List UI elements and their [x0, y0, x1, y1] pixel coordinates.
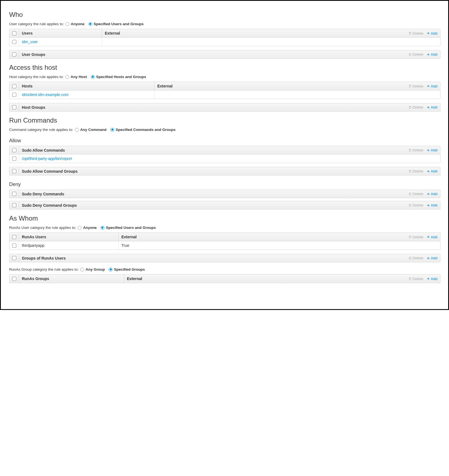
radio-runas-user-specified[interactable]: Specified Users and Groups: [101, 226, 156, 230]
select-all-host-groups[interactable]: [9, 103, 19, 111]
trash-icon: [408, 106, 412, 109]
radio-label: Specified Commands and Groups: [116, 128, 176, 132]
plus-icon: [427, 257, 430, 260]
user-link[interactable]: idm_user: [19, 38, 102, 46]
plus-icon: [427, 277, 430, 280]
row-checkbox[interactable]: [9, 38, 19, 46]
row-checkbox[interactable]: [9, 241, 19, 250]
select-all-runas-users[interactable]: [9, 233, 19, 241]
runas-users-delete[interactable]: Delete: [408, 235, 423, 239]
trash-icon: [408, 192, 412, 196]
row-checkbox[interactable]: [9, 154, 19, 163]
radio-run-any[interactable]: Any Command: [75, 128, 106, 132]
allow-cmd-groups-delete[interactable]: Delete: [408, 169, 423, 173]
radio-label: Specified Groups: [114, 267, 145, 271]
hosts-add[interactable]: Add: [427, 84, 437, 88]
select-all-deny-cmds[interactable]: [9, 190, 19, 198]
runas-user-category-label: RunAs User category the rule applies to:: [9, 226, 76, 230]
hosts-table: Hosts External Delete Add idmclient.idm.…: [9, 82, 440, 99]
runas-users-add[interactable]: Add: [427, 235, 437, 239]
radio-icon: [91, 75, 95, 79]
radio-runas-user-any[interactable]: Anyone: [78, 226, 97, 230]
plus-icon: [427, 106, 430, 109]
radio-host-specified[interactable]: Specified Hosts and Groups: [91, 75, 146, 79]
host-link[interactable]: idmclient.idm.example.com: [19, 90, 155, 99]
users-external-header: External: [105, 31, 120, 35]
trash-icon: [408, 170, 412, 173]
select-all-users[interactable]: [9, 29, 19, 37]
groups-runas-users-header: Groups of RunAs Users: [22, 256, 66, 260]
deny-subheading: Deny: [9, 182, 440, 187]
runas-groups-delete[interactable]: Delete: [408, 277, 423, 281]
user-groups-add[interactable]: Add: [427, 52, 437, 56]
users-add[interactable]: Add: [427, 31, 437, 35]
trash-icon: [408, 32, 412, 35]
runas-group-category-label: RunAs Group category the rule applies to…: [9, 267, 79, 271]
users-delete[interactable]: Delete: [408, 31, 423, 35]
select-all-allow-cmds[interactable]: [9, 146, 19, 154]
hosts-external-header: External: [157, 84, 173, 88]
who-category-label: User category the rule applies to:: [9, 22, 64, 26]
groups-runas-users-delete[interactable]: Delete: [408, 256, 423, 260]
radio-runas-group-any[interactable]: Any Group: [80, 267, 105, 271]
radio-who-specified[interactable]: Specified Users and Groups: [88, 22, 144, 26]
radio-icon: [88, 22, 92, 26]
radio-label: Specified Hosts and Groups: [96, 75, 146, 79]
runas-user-external: True: [119, 241, 440, 250]
select-all-runas-groups[interactable]: [9, 275, 19, 283]
deny-cmds-header: Sudo Deny Commands: [22, 192, 64, 196]
trash-icon: [408, 204, 412, 207]
allow-cmds-header: Sudo Allow Commands: [22, 148, 65, 152]
user-groups-table: User Groups Delete Add: [9, 50, 440, 59]
select-all-hosts[interactable]: [9, 82, 19, 90]
plus-icon: [427, 192, 430, 196]
host-groups-delete[interactable]: Delete: [408, 105, 423, 109]
host-groups-add[interactable]: Add: [427, 105, 437, 109]
radio-run-specified[interactable]: Specified Commands and Groups: [110, 128, 176, 132]
row-checkbox[interactable]: [9, 90, 19, 99]
radio-label: Specified Users and Groups: [94, 22, 144, 26]
allow-cmds-delete[interactable]: Delete: [408, 148, 423, 152]
deny-cmd-groups-delete[interactable]: Delete: [408, 203, 423, 207]
groups-of-runas-users-table: Groups of RunAs Users Delete Add: [9, 254, 440, 262]
cmd-link[interactable]: /opt/third-party-app/bin/report: [19, 154, 440, 163]
deny-cmds-delete[interactable]: Delete: [408, 192, 423, 196]
trash-icon: [408, 257, 412, 260]
runas-group-category-line: RunAs Group category the rule applies to…: [9, 267, 440, 271]
radio-label: Any Group: [85, 267, 105, 271]
who-category-line: User category the rule applies to: Anyon…: [9, 22, 440, 26]
radio-label: Anyone: [71, 22, 85, 26]
radio-icon: [66, 22, 69, 26]
select-all-allow-cmd-groups[interactable]: [9, 167, 19, 175]
allow-subheading: Allow: [9, 138, 440, 144]
deny-cmd-groups-table: Sudo Deny Command Groups Delete Add: [9, 201, 440, 209]
allow-cmd-groups-table: Sudo Allow Command Groups Delete Add: [9, 167, 440, 175]
runas-groups-header: RunAs Groups: [19, 275, 124, 283]
groups-runas-users-add[interactable]: Add: [427, 256, 437, 260]
deny-cmds-add[interactable]: Add: [427, 192, 437, 196]
radio-runas-group-specified[interactable]: Specified Groups: [109, 267, 145, 271]
hosts-delete[interactable]: Delete: [408, 84, 423, 88]
select-all-user-groups[interactable]: [9, 50, 19, 58]
host-groups-header: Host Groups: [22, 105, 45, 110]
runas-users-external-header: External: [121, 235, 137, 239]
select-all-groups-runas-users[interactable]: [9, 254, 19, 262]
trash-icon: [408, 235, 412, 239]
radio-icon: [65, 75, 69, 79]
allow-cmds-add[interactable]: Add: [427, 148, 437, 152]
plus-icon: [427, 235, 430, 239]
runas-groups-external-header: External: [127, 276, 142, 281]
select-all-deny-cmd-groups[interactable]: [9, 201, 19, 209]
runas-users-header: RunAs Users: [19, 233, 119, 241]
run-category-label: Command category the rule applies to:: [9, 128, 73, 132]
user-groups-delete[interactable]: Delete: [408, 52, 423, 56]
allow-cmd-groups-add[interactable]: Add: [427, 169, 437, 173]
radio-who-anyone[interactable]: Anyone: [66, 22, 85, 26]
runas-groups-add[interactable]: Add: [427, 277, 437, 281]
table-row: /opt/third-party-app/bin/report: [9, 154, 440, 163]
deny-cmd-groups-add[interactable]: Add: [427, 203, 437, 207]
trash-icon: [408, 149, 412, 152]
users-header: Users: [19, 29, 102, 37]
radio-icon: [109, 268, 113, 271]
radio-host-any[interactable]: Any Host: [65, 75, 87, 79]
